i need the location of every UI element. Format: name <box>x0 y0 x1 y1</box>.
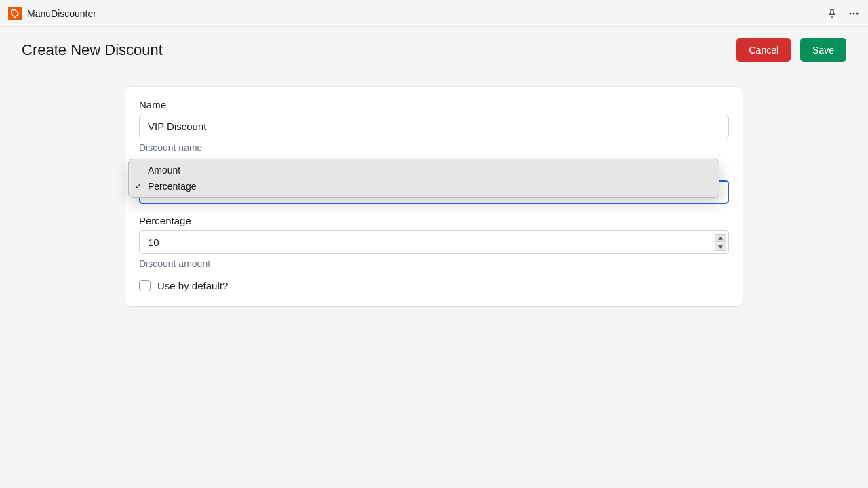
field-use-default: Use by default? <box>139 280 729 291</box>
svg-point-3 <box>856 12 859 14</box>
type-option-percentage[interactable]: ✓ Percentage <box>129 178 719 195</box>
name-label: Name <box>139 99 729 110</box>
percentage-input[interactable] <box>139 230 729 254</box>
use-default-checkbox[interactable] <box>139 280 151 291</box>
check-icon: ✓ <box>135 182 142 191</box>
svg-point-2 <box>853 12 855 14</box>
tag-icon <box>8 7 22 20</box>
name-help: Discount name <box>139 142 729 153</box>
spinner-up[interactable] <box>715 234 726 242</box>
topbar: ManuDiscounter <box>0 0 868 27</box>
type-option-amount[interactable]: Amount <box>129 162 719 178</box>
percentage-help: Discount amount <box>139 258 729 269</box>
percentage-label: Percentage <box>139 215 729 226</box>
number-spinner <box>715 234 726 251</box>
form-container: Name Discount name Percentage <box>125 87 743 306</box>
app-name: ManuDiscounter <box>27 8 96 19</box>
type-option-label: Amount <box>148 165 180 176</box>
save-button[interactable]: Save <box>800 38 846 62</box>
type-dropdown-popup: Amount ✓ Percentage <box>128 159 719 198</box>
cancel-button[interactable]: Cancel <box>736 38 791 62</box>
field-name: Name Discount name <box>139 99 729 153</box>
pin-icon[interactable] <box>826 7 838 20</box>
page-header: Create New Discount Cancel Save <box>0 27 868 73</box>
use-default-label: Use by default? <box>157 280 228 291</box>
page-title: Create New Discount <box>22 41 163 59</box>
name-input[interactable] <box>139 115 729 138</box>
svg-point-0 <box>13 11 14 12</box>
svg-point-1 <box>849 12 851 14</box>
type-option-label: Percentage <box>148 181 197 192</box>
field-percentage: Percentage Discount amount <box>139 215 729 269</box>
spinner-down[interactable] <box>715 243 726 251</box>
more-icon[interactable] <box>848 7 860 20</box>
